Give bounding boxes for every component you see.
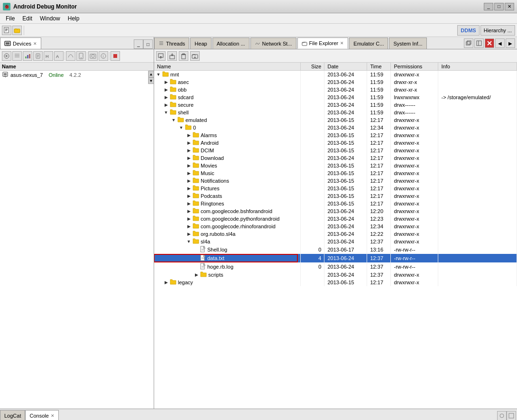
debug-btn[interactable] xyxy=(2,51,11,61)
menu-window[interactable]: Window xyxy=(36,14,64,23)
left-panel-max[interactable]: □ xyxy=(143,39,153,49)
collapse-arrow[interactable]: ▼ xyxy=(171,118,176,122)
right-panel-btn4[interactable]: ◀ xyxy=(495,38,505,48)
table-row[interactable]: ▶ Android 2013-06-15 12:17 drwxrwxr-x xyxy=(154,139,517,147)
hprof-btn[interactable]: H xyxy=(44,51,53,61)
menu-file[interactable]: File xyxy=(2,14,18,23)
stop-btn[interactable] xyxy=(111,51,120,61)
table-row[interactable]: Shell.log 0 2013-06-17 13:16 -rw-rw-r-- xyxy=(154,245,517,254)
table-row[interactable]: ▶ Download 2013-06-24 12:17 drwxrwxr-x xyxy=(154,154,517,162)
tab-threads[interactable]: Threads xyxy=(154,37,189,49)
table-row[interactable]: ▶ asec 2013-06-24 11:59 drwxr-xr-x xyxy=(154,78,517,86)
tab-devices[interactable]: Devices ✕ xyxy=(0,37,41,49)
table-row[interactable]: ▶ DCIM 2013-06-15 12:17 drwxrwxr-x xyxy=(154,147,517,154)
gc-btn[interactable] xyxy=(33,51,43,61)
expand-arrow[interactable]: ▶ xyxy=(186,216,191,221)
minimize-button[interactable]: _ xyxy=(484,3,493,10)
tab-sysinfo[interactable]: System Inf... xyxy=(389,37,426,49)
table-row[interactable]: ▶ org.ruboto.sl4a 2013-06-24 12:22 drwxr… xyxy=(154,230,517,238)
collapse-arrow[interactable]: ▼ xyxy=(179,125,184,130)
table-row[interactable]: ▶ scripts 2013-06-24 12:37 drwxrwxr-x xyxy=(154,271,517,279)
expand-arrow[interactable]: ▶ xyxy=(164,95,168,100)
scroll-down[interactable]: ▼ xyxy=(148,77,154,84)
right-panel-btn2[interactable] xyxy=(474,38,484,48)
maximize-button[interactable]: □ xyxy=(494,3,504,10)
table-row[interactable]: ▶ com.googlecode.rhinoforandroid 2013-06… xyxy=(154,223,517,230)
expand-arrow[interactable]: ▶ xyxy=(186,201,191,206)
tab-allocation[interactable]: Allocation ... xyxy=(212,37,249,49)
table-row[interactable]: ▶ Movies 2013-06-15 12:17 drwxrwxr-x xyxy=(154,162,517,169)
table-row[interactable]: ▶ legacy 2013-06-15 12:17 drwxrwxr-x xyxy=(154,279,517,286)
file-explorer-tab-close[interactable]: ✕ xyxy=(340,41,344,46)
expand-arrow[interactable]: ▶ xyxy=(186,224,191,229)
expand-arrow[interactable]: ▶ xyxy=(186,156,191,160)
close-button[interactable]: ✕ xyxy=(505,3,514,10)
status-btn1[interactable] xyxy=(497,411,507,420)
right-panel-btn3[interactable] xyxy=(485,38,494,48)
left-panel-scrollbar[interactable]: ▲ ▼ xyxy=(148,71,154,84)
sysinfo-btn[interactable]: i xyxy=(99,51,108,61)
alloc-btn[interactable]: A xyxy=(54,51,64,61)
tab-network[interactable]: Network St... xyxy=(250,37,296,49)
tab-file-explorer[interactable]: File Explorer ✕ xyxy=(297,37,349,49)
ddms-button[interactable]: DDMS xyxy=(457,25,479,36)
table-row[interactable]: ▶ Podcasts 2013-06-15 12:17 drwxrwxr-x xyxy=(154,192,517,200)
file-new-btn[interactable] xyxy=(190,51,200,61)
table-row[interactable]: ▶ Alarms 2013-06-15 12:17 drwxrwxr-x xyxy=(154,131,517,139)
screenshot-btn[interactable] xyxy=(88,51,98,61)
expand-arrow[interactable]: ▶ xyxy=(186,186,191,191)
window-controls[interactable]: _ □ ✕ xyxy=(484,3,514,10)
expand-arrow[interactable]: ▶ xyxy=(186,140,191,145)
tab-logcat[interactable]: LogCat xyxy=(0,410,25,420)
expand-arrow[interactable]: ▶ xyxy=(186,171,191,176)
table-row[interactable]: data.txt 4 2013-06-24 12:37 -rw-rw-r-- xyxy=(154,254,517,262)
emulator-btn[interactable] xyxy=(76,51,86,61)
table-row[interactable]: hoge.rb.log 0 2013-06-24 12:37 -rw-rw-r-… xyxy=(154,262,517,271)
expand-arrow[interactable]: ▶ xyxy=(186,133,191,138)
expand-arrow[interactable]: ▶ xyxy=(186,232,191,236)
collapse-arrow[interactable]: ▼ xyxy=(186,239,191,244)
table-row[interactable]: ▶ Notifications 2013-06-15 12:17 drwxrwx… xyxy=(154,177,517,185)
table-row[interactable]: ▶ sdcard 2013-06-24 11:59 lrwxrwxrwx -> … xyxy=(154,93,517,101)
device-row[interactable]: asus-nexus_7 Online 4.2.2 xyxy=(0,71,148,79)
table-row[interactable]: ▶ Music 2013-06-15 12:17 drwxrwxr-x xyxy=(154,169,517,177)
collapse-arrow[interactable]: ▼ xyxy=(164,110,168,115)
table-row[interactable]: ▼ sl4a 2013-06-24 12:37 drwxrwxr-x xyxy=(154,238,517,245)
hierarchy-button[interactable]: Hierarchy ... xyxy=(480,25,515,36)
right-panel-btn5[interactable]: ▶ xyxy=(506,38,515,48)
table-row[interactable]: ▶ Pictures 2013-06-15 12:17 drwxrwxr-x xyxy=(154,185,517,192)
devices-tab-close[interactable]: ✕ xyxy=(33,41,37,46)
expand-arrow[interactable]: ▶ xyxy=(186,178,191,183)
expand-arrow[interactable]: ▶ xyxy=(186,163,191,168)
expand-arrow[interactable]: ▶ xyxy=(186,148,191,153)
right-panel-btn1[interactable] xyxy=(464,38,473,48)
console-tab-close[interactable]: ✕ xyxy=(51,413,55,418)
expand-arrow[interactable]: ▶ xyxy=(164,280,168,285)
collapse-arrow[interactable]: ▼ xyxy=(156,72,161,77)
table-row[interactable]: ▶ Ringtones 2013-06-15 12:17 drwxrwxr-x xyxy=(154,200,517,207)
table-row[interactable]: ▼ shell 2013-06-24 11:59 drwx------ xyxy=(154,109,517,116)
table-row[interactable]: ▶ com.googlecode.bshforandroid 2013-06-2… xyxy=(154,207,517,215)
expand-arrow[interactable]: ▶ xyxy=(164,87,168,92)
table-row[interactable]: ▼ 0 2013-06-24 12:34 drwxrwxr-x xyxy=(154,124,517,131)
table-row[interactable]: ▼ emulated 2013-06-15 12:17 drwxrwxr-x xyxy=(154,116,517,124)
scroll-up[interactable]: ▲ xyxy=(148,71,154,77)
table-row[interactable]: ▼ mnt 2013-06-24 11:59 drwxrwxr-x xyxy=(154,71,517,79)
toolbar-btn-2[interactable] xyxy=(12,26,22,35)
toolbar-btn-1[interactable] xyxy=(2,26,11,35)
menu-help[interactable]: Help xyxy=(64,14,83,23)
tab-heap[interactable]: Heap xyxy=(190,37,211,49)
file-push-btn[interactable] xyxy=(156,51,166,61)
expand-arrow[interactable]: ▶ xyxy=(194,272,199,277)
file-delete-btn[interactable] xyxy=(179,51,188,61)
table-row[interactable]: ▶ obb 2013-06-24 11:59 drwxr-xr-x xyxy=(154,86,517,93)
left-panel-min[interactable]: _ xyxy=(134,39,143,49)
tab-console[interactable]: Console ✕ xyxy=(25,410,58,420)
net-stats-btn[interactable] xyxy=(66,51,75,61)
status-btn2[interactable] xyxy=(507,411,516,420)
table-row[interactable]: ▶ com.googlecode.pythonforandroid 2013-0… xyxy=(154,215,517,223)
expand-arrow[interactable]: ▶ xyxy=(164,80,168,84)
expand-arrow[interactable]: ▶ xyxy=(164,103,168,107)
file-pull-btn[interactable] xyxy=(167,51,177,61)
tab-emulator[interactable]: Emulator C... xyxy=(349,37,388,49)
